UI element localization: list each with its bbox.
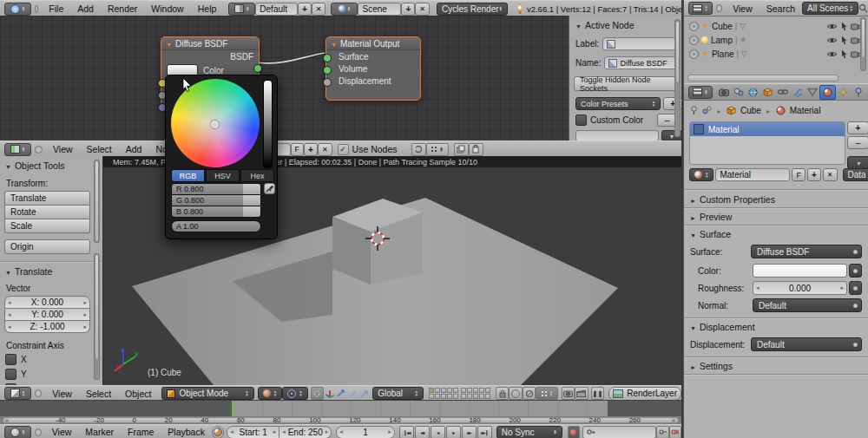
render-layer-button[interactable]: RenderLayer — [608, 387, 681, 401]
menu-add[interactable]: Add — [70, 3, 101, 14]
outliner-scrollbar[interactable] — [860, 17, 866, 71]
frame-end-field[interactable]: End: 250 — [279, 426, 332, 438]
frame-start-field[interactable]: Start: 1 — [227, 426, 279, 438]
node-breadcrumb-icon[interactable] — [702, 106, 712, 114]
blue-slider[interactable]: B 0.800 — [171, 206, 261, 218]
panel-collapse-icon[interactable] — [575, 20, 582, 30]
manipulator-scale-button[interactable] — [347, 388, 358, 399]
scale-button[interactable]: Scale — [4, 219, 90, 233]
menu-playback[interactable]: Playback — [161, 427, 212, 437]
use-nodes-checkbox[interactable] — [338, 144, 349, 155]
screen-layout-selector[interactable] — [228, 3, 255, 16]
tab-texture[interactable] — [836, 86, 851, 99]
selectable-arrow-icon[interactable] — [840, 49, 848, 59]
node-name-field[interactable]: Diffuse BSDF — [604, 56, 681, 69]
tab-modifiers[interactable] — [790, 86, 805, 99]
slot-specials-button[interactable] — [847, 156, 868, 169]
unlink-material-button[interactable] — [318, 143, 332, 156]
display-mode-selector[interactable]: All Scenes — [802, 2, 858, 15]
panel-collapse-icon[interactable] — [5, 266, 11, 277]
jump-to-start-button[interactable] — [399, 426, 414, 438]
tab-render[interactable] — [716, 86, 731, 99]
socket-volume-input[interactable] — [323, 66, 332, 75]
tab-object[interactable] — [760, 86, 775, 99]
socket-bsdf-output[interactable] — [253, 64, 262, 73]
next-keyframe-button[interactable] — [462, 426, 477, 438]
copy-nodes-button[interactable] — [454, 143, 469, 156]
node-collapse-icon[interactable] — [166, 39, 172, 49]
material-browse-button[interactable] — [689, 168, 713, 181]
keying-set-field[interactable] — [582, 426, 656, 438]
outliner-item-cube[interactable]: ▼ Cube | ▽ — [689, 19, 868, 33]
custom-color-checkbox[interactable] — [575, 114, 587, 126]
current-frame-marker[interactable] — [232, 401, 233, 417]
vector-x-field[interactable]: X: 0.000 — [4, 296, 90, 309]
manipulator-translate-button[interactable] — [324, 388, 335, 399]
eyedropper-button[interactable] — [264, 183, 275, 194]
outliner-hscrollbar[interactable] — [687, 75, 838, 82]
menu-object[interactable]: Object — [118, 389, 158, 399]
editor-type-info-button[interactable] — [4, 3, 31, 16]
menu-view[interactable]: View — [45, 389, 79, 399]
auto-render-button[interactable] — [411, 143, 426, 156]
render-engine-selector[interactable]: Cycles Render — [437, 3, 508, 16]
menu-view[interactable]: View — [45, 427, 79, 437]
layers-grid-left[interactable] — [429, 388, 458, 399]
translate-button[interactable]: Translate — [4, 191, 90, 206]
roughness-link-button[interactable] — [849, 281, 862, 295]
panel-collapse-icon[interactable] — [690, 229, 696, 239]
add-slot-button[interactable] — [847, 121, 868, 134]
visibility-eye-icon[interactable] — [826, 50, 838, 58]
viewport-region[interactable]: Mem: 7.45M, Peak: 7.45M | Scene, RenderL… — [0, 156, 681, 385]
menu-view[interactable]: View — [46, 144, 80, 154]
preview-range-button[interactable] — [212, 426, 224, 438]
surface-color-swatch[interactable] — [753, 264, 847, 278]
toggle-hidden-sockets-button[interactable]: Toggle Hidden Node Sockets — [574, 76, 678, 91]
tab-hsv[interactable]: HSV — [206, 169, 240, 182]
node-editor-region[interactable]: Diffuse BSDF BSDF Color Material Output … — [0, 16, 681, 141]
menu-marker[interactable]: Marker — [78, 427, 121, 437]
origin-button[interactable]: Origin — [4, 239, 90, 254]
tool-shelf-scrollbar[interactable] — [94, 160, 100, 243]
paste-nodes-button[interactable] — [469, 143, 483, 156]
active-node-scrollbar[interactable] — [674, 19, 681, 137]
delete-keyframe-button[interactable] — [669, 426, 681, 438]
current-frame-field[interactable]: 1 — [336, 426, 395, 438]
search-button[interactable] — [858, 3, 868, 14]
scene-name-field[interactable]: Scene — [358, 3, 401, 16]
panel-title-surface[interactable]: Surface — [700, 229, 731, 239]
menu-help[interactable]: Help — [191, 3, 224, 14]
editor-type-outliner-button[interactable] — [688, 2, 713, 15]
alpha-slider[interactable]: A 1.00 — [171, 220, 261, 232]
panel-collapse-icon[interactable] — [690, 194, 696, 205]
socket-displacement-input[interactable] — [323, 78, 332, 87]
tab-rgb[interactable]: RGB — [171, 169, 205, 182]
manipulator-extra-button[interactable] — [359, 388, 371, 399]
menu-collapse-icon[interactable] — [35, 428, 42, 436]
menu-collapse-icon[interactable] — [35, 146, 43, 154]
tab-particles[interactable] — [851, 86, 865, 99]
mode-selector[interactable]: Object Mode — [161, 387, 253, 400]
viewport-shading-selector[interactable] — [258, 387, 282, 400]
menu-view[interactable]: View — [726, 3, 760, 14]
remove-slot-button[interactable]: – — [847, 136, 868, 149]
tab-scene[interactable] — [731, 86, 746, 99]
menu-collapse-icon[interactable] — [35, 5, 38, 13]
snap-button[interactable] — [536, 387, 557, 400]
material-name-field[interactable]: Material — [715, 168, 790, 181]
expand-icon[interactable] — [689, 36, 699, 45]
scene-selector[interactable] — [331, 3, 358, 16]
tab-hex[interactable]: Hex — [240, 169, 274, 182]
auto-keyframe-button[interactable] — [568, 426, 580, 438]
pin-icon[interactable] — [690, 106, 698, 114]
scrollbar-dot-right[interactable] — [672, 419, 675, 422]
outliner-item-plane[interactable]: ▼ Plane | ▽ — [689, 47, 868, 61]
play-button[interactable] — [446, 426, 461, 438]
panel-collapse-icon[interactable] — [690, 212, 696, 222]
constraint-y-checkbox[interactable] — [5, 369, 16, 380]
fake-user-button[interactable]: F — [291, 143, 305, 156]
breadcrumb-material[interactable]: Material — [790, 106, 821, 115]
breadcrumb-object[interactable]: Cube — [740, 106, 761, 115]
color-wheel-cursor[interactable] — [211, 121, 219, 128]
add-scene-button[interactable] — [401, 3, 415, 16]
